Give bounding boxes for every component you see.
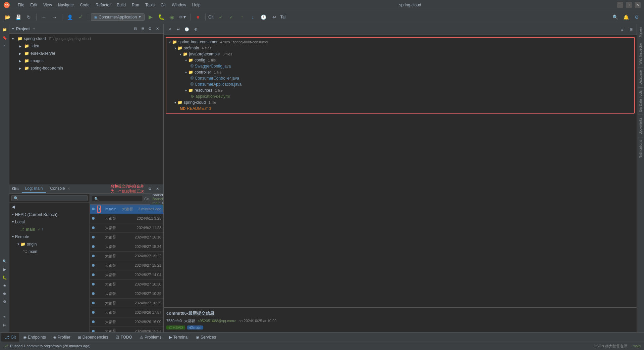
- commit-row-2[interactable]: 微服务架构下对服务之间的调用做安全认证 大都督 2024/9/2 11:23: [90, 223, 163, 233]
- branch-remote-header[interactable]: ▾ Remote: [9, 233, 90, 240]
- ft-root[interactable]: ▾ 📁 spring-boot-consumer 4 files spring-…: [168, 39, 633, 45]
- minimize-button[interactable]: ─: [617, 2, 623, 8]
- commit-row-11[interactable]: feign调用 大都督 2024/8/26 17:57: [90, 308, 163, 317]
- profile-button[interactable]: 👤: [65, 12, 74, 22]
- ft-srcmain[interactable]: ▾ 📁 src\main 4 files: [173, 45, 633, 51]
- git-history-button[interactable]: 🕐: [259, 12, 268, 22]
- tree-images[interactable]: ▶ 📁 images: [9, 57, 163, 64]
- tab-problems[interactable]: ⚠ Problems: [136, 333, 165, 342]
- settings-button[interactable]: ⚙: [632, 12, 641, 22]
- tree-root[interactable]: ▾ 📁 spring-cloud E:\liguogang\spring-clo…: [9, 35, 163, 42]
- rsb-web-inspector[interactable]: Web Inspector: [638, 42, 643, 66]
- sync-button[interactable]: ↻: [24, 12, 34, 22]
- tab-profiler[interactable]: ◈ Profiler: [50, 333, 74, 342]
- sidebar-bookmark-icon[interactable]: 🔖: [1, 34, 8, 41]
- tree-spring-admin[interactable]: ▶ 📁 spring-boot-admin: [9, 64, 163, 72]
- collapse-branches-button[interactable]: ◀: [9, 203, 17, 211]
- ft-consumer-app[interactable]: © ConsumerApplication.java: [189, 81, 633, 87]
- sidebar-structure-icon[interactable]: ≡: [1, 313, 8, 321]
- open-button[interactable]: 📂: [3, 12, 12, 22]
- run-button[interactable]: ▶: [146, 12, 155, 22]
- commit-row-6[interactable]: 限流 大都督 2024/8/27 15:21: [90, 261, 163, 270]
- save-button[interactable]: 💾: [13, 12, 23, 22]
- commit-row-9[interactable]: 忽略target提交 大都督 2024/8/27 10:29: [90, 289, 163, 299]
- sidebar-hierarchy-icon[interactable]: ⊨: [1, 321, 8, 329]
- commit-row-3[interactable]: 全局异常处理，json格式返回 大都督 2024/8/27 16:16: [90, 233, 163, 242]
- right-merge-button[interactable]: ⊗: [192, 26, 199, 33]
- sidebar-plugins-icon[interactable]: ⊕: [1, 290, 8, 297]
- menu-build[interactable]: Build: [114, 1, 128, 9]
- commit-search-input[interactable]: [92, 196, 143, 202]
- tree-idea[interactable]: ▶ 📁 .idea: [9, 42, 163, 50]
- menu-help[interactable]: Help: [190, 1, 203, 9]
- git-fetch-button[interactable]: ✓: [216, 12, 225, 22]
- rsb-notifications[interactable]: Notifications: [638, 139, 643, 160]
- right-settings-button[interactable]: ↩: [174, 26, 182, 33]
- right-expand-button[interactable]: ↗: [166, 26, 173, 33]
- ft-spring-cloud-root[interactable]: ▾ 📁 spring-cloud 1 file: [173, 99, 633, 105]
- forward-button[interactable]: →: [50, 12, 59, 22]
- notifications-button[interactable]: 🔔: [621, 12, 631, 22]
- tab-console-close[interactable]: ✕: [67, 187, 70, 190]
- commit-row-7[interactable]: spring-cloud-gateway全局过滤器 大都督 2024/8/27 …: [90, 270, 163, 280]
- sidebar-run-icon[interactable]: ▶: [1, 266, 8, 273]
- commit-row-4[interactable]: de 大都督 2024/8/27 15:24: [90, 242, 163, 252]
- commit-row-12[interactable]: 初始化项目 大都督 2024/8/26 16:00: [90, 317, 163, 327]
- sidebar-project-icon[interactable]: 📁: [1, 26, 8, 33]
- commit-row-5[interactable]: provider 大都督 2024/8/27 15:22: [90, 252, 163, 261]
- right-list-button[interactable]: ≡: [619, 26, 626, 33]
- branch-origin-header[interactable]: ▾ 📁 origin: [9, 240, 90, 248]
- git-pull-button[interactable]: ↑: [237, 12, 247, 22]
- ft-controller-dir[interactable]: ▾ 📁 controller 1 file: [184, 69, 633, 75]
- rsb-database[interactable]: Database: [638, 69, 643, 86]
- more-run-button[interactable]: ⚙▼: [178, 12, 187, 22]
- menu-file[interactable]: File: [15, 1, 27, 9]
- tab-terminal[interactable]: ▶ Terminal: [166, 333, 192, 342]
- sidebar-settings-icon[interactable]: ⚙: [1, 298, 8, 305]
- branch-search-input[interactable]: [11, 195, 88, 201]
- tab-log-main[interactable]: Log: main: [22, 185, 46, 193]
- run-config-selector[interactable]: ◉ ConsumerApplication ▼: [91, 13, 145, 21]
- menu-git[interactable]: Git: [158, 1, 168, 9]
- ft-consumer-ctrl[interactable]: © ConsumerController.java: [189, 75, 633, 81]
- maximize-button[interactable]: □: [626, 2, 632, 8]
- close-button[interactable]: ✕: [635, 2, 641, 8]
- menu-run[interactable]: Run: [129, 1, 142, 9]
- tab-console[interactable]: Console ✕: [47, 185, 73, 193]
- menu-window[interactable]: Window: [169, 1, 189, 9]
- search-everywhere-button[interactable]: 🔍: [610, 12, 620, 22]
- tab-git[interactable]: ⎇ Git: [1, 333, 19, 342]
- back-button[interactable]: ←: [39, 12, 49, 22]
- menu-code[interactable]: Code: [77, 1, 92, 9]
- commit-row-1[interactable]: spring boot admin 大都督 2024/9/11 9:25: [90, 214, 163, 223]
- collapse-all-button[interactable]: ⊟: [132, 26, 139, 32]
- ft-app-yml[interactable]: ⚙ application-dev.yml: [189, 93, 633, 99]
- tab-endpoints[interactable]: ◉ Endpoints: [20, 333, 49, 342]
- rsb-maven[interactable]: Maven: [638, 26, 643, 39]
- close-panel-button[interactable]: ✕: [154, 26, 161, 32]
- ft-readme[interactable]: MD README.md: [178, 105, 633, 112]
- ft-swagger[interactable]: © SwaggerConfig.java: [189, 63, 633, 69]
- vcs-button[interactable]: ✓: [76, 12, 85, 22]
- rsb-bigdata[interactable]: Big Data Tools: [638, 89, 643, 113]
- branch-local-header[interactable]: ▾ Local: [9, 218, 90, 226]
- git-settings-button[interactable]: ⚙: [147, 185, 153, 192]
- ft-resources-dir[interactable]: ▾ 📁 resources 1 file: [184, 87, 633, 93]
- commit-row-10[interactable]: feign添加日志、发送请求前拦截器 大都督 2024/8/27 10:25: [90, 299, 163, 308]
- coverage-button[interactable]: ◉: [167, 12, 177, 22]
- git-close-button[interactable]: ✕: [154, 185, 161, 192]
- sidebar-bookmark2-icon[interactable]: ★: [1, 282, 8, 289]
- right-expand2-button[interactable]: ⊞: [627, 26, 635, 33]
- sidebar-debug-icon[interactable]: 🐛: [1, 274, 8, 281]
- sidebar-find-icon[interactable]: 🔍: [1, 258, 8, 265]
- ft-java[interactable]: ▾ 📁 java\org\example 3 files: [178, 51, 633, 57]
- tab-dependencies[interactable]: ⊞ Dependencies: [74, 333, 112, 342]
- show-options-button[interactable]: ⚙: [147, 26, 153, 32]
- rsb-bookmarks[interactable]: Bookmarks: [638, 116, 643, 136]
- git-revert-button[interactable]: ↩: [270, 12, 279, 22]
- sidebar-commit-icon[interactable]: ✓: [1, 42, 8, 49]
- commit-row-13[interactable]: 初始化项目 大都督 2024/8/26 15:57: [90, 327, 163, 333]
- tab-todo[interactable]: ☑ TODO: [112, 333, 135, 342]
- commit-row-8[interactable]: 优化提交配置 大都督 2024/8/27 10:30: [90, 280, 163, 289]
- branch-remote-main-item[interactable]: ⌥ main: [9, 248, 90, 255]
